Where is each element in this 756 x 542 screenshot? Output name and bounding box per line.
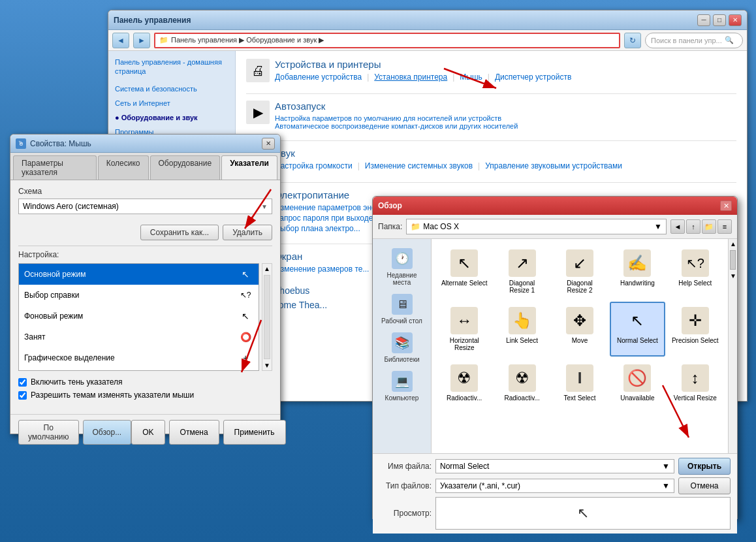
scroll-down[interactable]: ▼ [262,360,272,370]
forward-button[interactable]: ► [133,33,150,48]
search-box[interactable]: Поиск в панели упр... 🔍 [645,33,743,48]
link-add-device[interactable]: Добавление устройства [275,72,362,82]
scroll-up-icon[interactable]: ▲ [729,239,737,249]
cursor-icon-normal-select: ↖ [623,307,651,334]
save-as-button[interactable]: Сохранить как... [140,225,219,240]
sidebar-libraries[interactable]: 📚 Библиотеки [375,328,428,367]
cursor-icon-vert: ↕ [682,364,709,392]
address-box[interactable]: 📁 Панель управления ▶ Оборудование и зву… [154,33,620,48]
cursor-alternate-select[interactable]: ↖ Alternate Select [437,244,492,299]
apply-button[interactable]: Применить [223,420,286,445]
mouse-close-button[interactable]: ✕ [262,138,275,150]
checkbox-shadow-input[interactable] [18,378,27,387]
cursor-horiz-resize[interactable]: ↔ Horizontal Resize [437,302,492,357]
list-item-bg[interactable]: Фоновый режим ↖ [19,306,259,327]
link-mouse[interactable]: Мышь [460,72,482,82]
folder-select[interactable]: 📁 Mac OS X ▼ [406,219,667,234]
link-power-plan[interactable]: Выбор плана электро... [275,224,360,233]
list-scrollbar[interactable]: ▲ ▼ [262,263,272,371]
sidebar-computer[interactable]: 💻 Компьютер [375,367,428,406]
mouse-dialog-titlebar: 🖱 Свойства: Мышь ✕ [10,135,280,153]
list-item-normal[interactable]: Основной режим ↖ [19,264,259,285]
minimize-button[interactable]: ─ [697,14,710,26]
cursor-precision-select[interactable]: ✛ Precision Select [668,302,723,357]
tab-hardware[interactable]: Оборудование [150,155,221,180]
tab-pointers[interactable]: Указатели [221,155,277,180]
section-desc-autorun2: Автоматическое воспроизведение компакт-д… [275,122,518,130]
cursor-help-select[interactable]: ↖? Help Select [668,244,723,299]
scroll-thumb[interactable] [264,275,270,359]
cursor-radioactive2[interactable]: ☢ Radioactiv... [494,359,549,407]
filename-input[interactable]: Normal Select ▼ [435,459,674,473]
checkbox-themes-input[interactable] [18,391,27,400]
browse-new-folder-btn[interactable]: 📁 [702,219,716,234]
cursor-icon-select: + [238,350,253,366]
divider2 [246,140,736,141]
link-install-printer[interactable]: Установка принтера [374,72,447,82]
link-volume[interactable]: Настройка громкости [275,161,353,170]
scheme-dropdown[interactable]: Windows Aero (системная) ▼ [18,199,272,214]
filename-label: Имя файла: [379,462,432,471]
browse-close-button[interactable]: ✕ [720,200,732,211]
browse-dialog: Обзор ✕ Папка: 📁 Mac OS X ▼ ◄ ↑ 📁 ≡ 🕐 Не… [372,196,738,519]
scroll-up[interactable]: ▲ [262,264,272,274]
section-icon-autorun: ▶ [246,101,270,124]
sidebar-item-system[interactable]: Система и безопасность [115,84,228,93]
browse-title: Обзор [378,201,402,210]
browse-content: ↖ Alternate Select ↗ Diagonal Resize 1 ↙… [432,239,728,453]
cursor-move[interactable]: ✥ Move [552,302,607,357]
filename-row: Имя файла: Normal Select ▼ Открыть [379,458,731,475]
cursor-handwriting[interactable]: ✍ Handwriting [610,244,665,299]
cursor-radioactive1[interactable]: ☢ Radioactiv... [437,359,492,407]
default-button[interactable]: По умолчанию [18,420,79,445]
cursor-link-select[interactable]: 👆 Link Select [494,302,549,357]
link-audio-devices[interactable]: Управление звуковыми устройствами [485,161,622,170]
list-item-help[interactable]: Выбор справки ↖? [19,285,259,306]
cursor-icon-unavail: 🚫 [623,364,651,392]
scroll-down-icon[interactable]: ▼ [729,271,737,281]
cursor-vertical-resize[interactable]: ↕ Vertical Resize [668,359,723,407]
sidebar-item-network[interactable]: Сеть и Интернет [115,99,228,108]
browse-scrollbar[interactable]: ▲ ▼ [728,239,737,453]
link-system-sounds[interactable]: Изменение системных звуков [365,161,473,170]
cancel-browse-button[interactable]: Отмена [678,477,731,494]
sidebar-recent[interactable]: 🕐 Недавние места [375,244,428,290]
maximize-button[interactable]: □ [713,14,726,26]
mouse-dialog-icon: 🖱 [16,138,26,149]
browse-button[interactable]: Обзор... [83,420,132,445]
cursor-icon-bg: ↖ [238,308,253,324]
sidebar-item-hardware[interactable]: ● Оборудование и звук [115,113,228,122]
sidebar-item-home[interactable]: Панель управления - домашняя страница [115,57,228,76]
browse-back-btn[interactable]: ◄ [670,219,685,234]
ok-button[interactable]: OK [131,420,165,445]
scroll-thumb[interactable] [730,250,736,270]
section-title-devices: Устройства и принтеры [275,59,571,70]
cursor-diag-resize1[interactable]: ↗ Diagonal Resize 1 [494,244,549,299]
cursor-normal-select[interactable]: ↖ Normal Select [610,302,665,357]
cursor-diag-resize2[interactable]: ↙ Diagonal Resize 2 [552,244,607,299]
filetype-input[interactable]: Указатели (*.ani, *.cur) ▼ [435,479,674,493]
sidebar-desktop[interactable]: 🖥 Рабочий стол [375,290,428,328]
browse-view-btn[interactable]: ≡ [717,219,732,234]
browse-up-btn[interactable]: ↑ [686,219,701,234]
open-button[interactable]: Открыть [678,458,731,475]
refresh-button[interactable]: ↻ [624,33,641,48]
cursor-grid: ↖ Alternate Select ↗ Diagonal Resize 1 ↙… [437,244,723,407]
link-device-manager[interactable]: Диспетчер устройств [495,72,571,82]
list-item-busy[interactable]: Занят ⭕ [19,327,259,347]
cursor-icon-radio2: ☢ [509,364,536,392]
tab-pointer-params[interactable]: Параметры указателя [13,155,97,180]
link-font-size[interactable]: Изменение размеров те... [275,264,369,274]
cursor-unavailable[interactable]: 🚫 Unavailable [610,359,665,407]
cursor-list: Основной режим ↖ Выбор справки ↖? Фоновы… [18,263,259,371]
tab-wheel[interactable]: Колесико [98,155,149,180]
back-button[interactable]: ◄ [112,33,129,48]
close-button[interactable]: ✕ [729,14,742,26]
delete-button[interactable]: Удалить [223,225,272,240]
cancel-button[interactable]: Отмена [169,420,219,445]
list-item-select[interactable]: Графическое выделение + [19,347,259,368]
cursor-text-select[interactable]: I Text Select [552,359,607,407]
filetype-dropdown-arrow: ▼ [662,481,670,490]
section-icon-devices: 🖨 [246,59,270,82]
filetype-row: Тип файлов: Указатели (*.ani, *.cur) ▼ О… [379,477,731,494]
